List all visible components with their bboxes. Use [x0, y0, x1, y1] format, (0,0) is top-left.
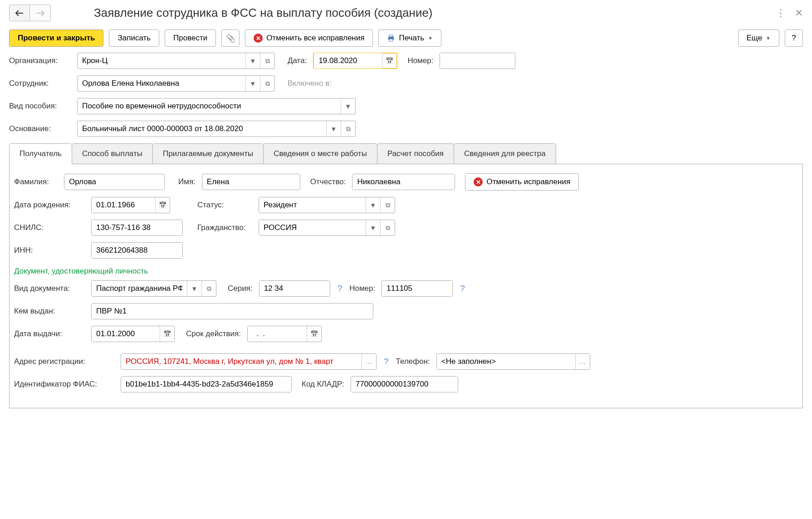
dropdown-icon[interactable]: ▾	[366, 220, 380, 235]
series-input[interactable]	[259, 281, 330, 296]
tab-workplace-info[interactable]: Сведения о месте работы	[263, 143, 377, 164]
status-input[interactable]	[259, 197, 366, 213]
expiry-input[interactable]	[248, 326, 307, 342]
open-icon[interactable]	[260, 53, 274, 69]
attach-button[interactable]	[221, 29, 240, 47]
calendar-icon[interactable]	[307, 326, 321, 342]
patronymic-label: Отчество:	[310, 177, 348, 186]
dob-input[interactable]	[92, 197, 155, 213]
employee-input[interactable]	[78, 76, 245, 91]
cancel-all-corrections-button[interactable]: ✕ Отменить все исправления	[245, 29, 373, 47]
kladr-label: Код КЛАДР:	[302, 380, 346, 389]
nav-back-button[interactable]	[10, 5, 30, 21]
cancel-corrections-button[interactable]: ✕ Отменить исправления	[465, 173, 579, 191]
tab-payment-method[interactable]: Способ выплаты	[72, 143, 153, 164]
citizenship-input[interactable]	[259, 220, 366, 235]
help-icon[interactable]: ?	[338, 284, 342, 294]
open-icon[interactable]	[260, 76, 274, 91]
status-field[interactable]: ▾	[259, 197, 395, 213]
address-field[interactable]: ...	[121, 353, 377, 370]
chevron-down-icon: ▼	[766, 35, 771, 41]
basis-input[interactable]	[78, 121, 326, 137]
date-input[interactable]	[314, 53, 382, 69]
address-label: Адрес регистрации:	[14, 357, 116, 366]
nav-forward-button[interactable]	[30, 5, 50, 21]
number-input[interactable]	[440, 53, 515, 69]
organization-field[interactable]: ▾	[77, 53, 275, 69]
organization-label: Организация:	[9, 56, 73, 65]
help-button[interactable]: ?	[785, 29, 803, 47]
tab-attachments[interactable]: Прилагаемые документы	[152, 143, 264, 164]
benefit-type-field[interactable]: ▾	[77, 98, 356, 114]
organization-input[interactable]	[78, 53, 245, 69]
calendar-icon[interactable]	[382, 53, 396, 69]
expiry-field[interactable]	[247, 326, 322, 342]
dropdown-icon[interactable]: ▾	[326, 121, 341, 137]
basis-field[interactable]: ▾	[77, 121, 356, 137]
doc-type-field[interactable]: ▾	[91, 280, 216, 297]
ellipsis-icon[interactable]: ...	[575, 354, 590, 369]
more-button[interactable]: Еще ▼	[738, 29, 779, 47]
dropdown-icon[interactable]: ▾	[245, 76, 260, 91]
tab-registry-info[interactable]: Сведения для реестра	[454, 143, 556, 164]
patronymic-input[interactable]	[352, 174, 455, 190]
doc-type-input[interactable]	[92, 281, 187, 296]
close-icon[interactable]: ✕	[795, 7, 803, 19]
date-field[interactable]	[313, 53, 397, 69]
name-input[interactable]	[202, 174, 300, 190]
dropdown-icon[interactable]: ▾	[245, 53, 260, 69]
identity-doc-section: Документ, удостоверяющий личность	[14, 267, 798, 276]
more-label: Еще	[747, 34, 763, 43]
open-icon[interactable]	[201, 281, 216, 296]
open-icon[interactable]	[380, 197, 395, 213]
post-and-close-button[interactable]: Провести и закрыть	[9, 29, 103, 47]
date-label: Дата:	[288, 56, 308, 65]
post-button[interactable]: Провести	[165, 29, 216, 47]
help-icon[interactable]: ?	[384, 357, 389, 367]
address-input[interactable]	[121, 354, 362, 369]
tab-recipient[interactable]: Получатель	[9, 143, 72, 164]
issue-date-label: Дата выдачи:	[14, 329, 87, 338]
doc-type-label: Вид документа:	[14, 284, 87, 293]
ellipsis-icon[interactable]: ...	[362, 354, 376, 369]
snils-input[interactable]	[92, 220, 182, 235]
calendar-icon[interactable]	[155, 197, 170, 213]
dropdown-icon[interactable]: ▾	[341, 98, 355, 114]
status-label: Статус:	[197, 201, 254, 210]
citizenship-field[interactable]: ▾	[259, 220, 395, 236]
issued-by-input[interactable]	[92, 304, 373, 319]
phone-field[interactable]: ...	[436, 353, 590, 370]
issue-date-input[interactable]	[92, 326, 160, 342]
inn-label: ИНН:	[14, 246, 87, 255]
employee-field[interactable]: ▾	[77, 75, 275, 92]
paperclip-icon	[226, 34, 235, 43]
help-icon[interactable]: ?	[460, 284, 465, 294]
chevron-down-icon: ▼	[428, 35, 433, 41]
fias-input[interactable]	[121, 377, 291, 392]
issued-by-label: Кем выдан:	[14, 307, 87, 316]
dob-field[interactable]	[91, 197, 170, 213]
benefit-type-label: Вид пособия:	[9, 102, 73, 111]
printer-icon	[387, 34, 395, 42]
citizenship-label: Гражданство:	[197, 223, 254, 232]
calendar-icon[interactable]	[160, 326, 174, 342]
issue-date-field[interactable]	[91, 326, 175, 342]
open-icon[interactable]	[341, 121, 355, 137]
doc-number-input[interactable]	[382, 281, 452, 296]
dropdown-icon[interactable]: ▾	[187, 281, 201, 296]
tabs: Получатель Способ выплаты Прилагаемые до…	[9, 143, 803, 164]
benefit-type-input[interactable]	[78, 98, 341, 114]
surname-input[interactable]	[64, 174, 164, 190]
number-field[interactable]	[440, 53, 515, 69]
dropdown-icon[interactable]: ▾	[366, 197, 380, 213]
expiry-label: Срок действия:	[186, 329, 243, 338]
kebab-menu-icon[interactable]: ⋮	[776, 7, 786, 19]
kladr-input[interactable]	[351, 377, 458, 392]
inn-input[interactable]	[92, 243, 182, 258]
print-button[interactable]: Печать ▼	[378, 29, 441, 47]
phone-input[interactable]	[437, 354, 575, 369]
save-button[interactable]: Записать	[109, 29, 159, 47]
included-in-label: Включено в:	[288, 79, 333, 88]
tab-benefit-calc[interactable]: Расчет пособия	[377, 143, 454, 164]
open-icon[interactable]	[380, 220, 395, 235]
